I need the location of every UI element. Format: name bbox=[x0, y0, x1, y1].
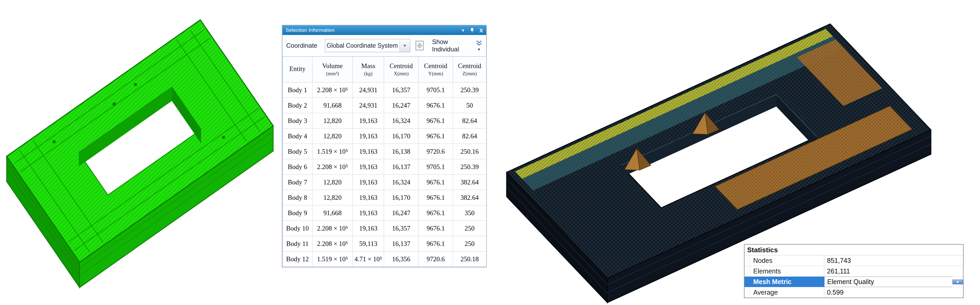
worksheet-icon[interactable] bbox=[415, 40, 425, 51]
centroid-y-cell: 9676.1 bbox=[418, 129, 453, 144]
table-row[interactable]: Body 12 1.519 × 10⁵ 4.71 × 10⁵ 16,356 97… bbox=[283, 251, 487, 267]
volume-cell: 12,820 bbox=[312, 129, 353, 144]
row-gutter bbox=[745, 276, 751, 287]
panel-title: Selection Information bbox=[286, 27, 461, 33]
entity-cell: Body 7 bbox=[283, 175, 312, 190]
column-header-centroid-z: Centroid Z(mm) bbox=[453, 57, 487, 83]
coordinate-system-value: Global Coordinate System bbox=[325, 42, 399, 49]
volume-cell: 91,668 bbox=[312, 98, 353, 113]
average-value: 0.599 bbox=[824, 287, 963, 297]
mass-cell: 24,931 bbox=[353, 98, 384, 113]
centroid-x-cell: 16,357 bbox=[384, 83, 418, 98]
entity-cell: Body 2 bbox=[283, 98, 312, 113]
centroid-y-cell: 9676.1 bbox=[418, 113, 453, 129]
combo-arrow-icon[interactable]: ▼ bbox=[399, 39, 410, 52]
mass-cell: 19,163 bbox=[353, 221, 384, 236]
collapse-chevrons-icon[interactable] bbox=[476, 40, 482, 46]
centroid-x-cell: 16,138 bbox=[384, 144, 418, 159]
volume-cell: 91,668 bbox=[312, 205, 353, 221]
table-row[interactable]: Body 8 12,820 19,163 16,170 9676.1 382.6… bbox=[283, 190, 487, 205]
mass-cell: 19,163 bbox=[353, 175, 384, 190]
centroid-x-cell: 16,324 bbox=[384, 175, 418, 190]
volume-cell: 12,820 bbox=[312, 190, 353, 205]
statistics-header: Statistics bbox=[745, 245, 963, 256]
centroid-y-cell: 9676.1 bbox=[418, 175, 453, 190]
coordinate-system-dropdown[interactable]: Global Coordinate System ▼ bbox=[325, 39, 410, 52]
mesh-metric-dropdown-arrow-icon[interactable]: ▼ bbox=[952, 280, 963, 284]
row-gutter bbox=[745, 287, 751, 297]
centroid-y-cell: 9676.1 bbox=[418, 190, 453, 205]
table-row[interactable]: Body 9 91,668 19,163 16,247 9676.1 350 bbox=[283, 205, 487, 221]
pin-icon[interactable] bbox=[470, 27, 474, 33]
centroid-y-cell: 9676.1 bbox=[418, 236, 453, 251]
table-row[interactable]: Body 4 12,820 19,163 16,170 9676.1 82.64 bbox=[283, 129, 487, 144]
entity-cell: Body 9 bbox=[283, 205, 312, 221]
entity-cell: Body 4 bbox=[283, 129, 312, 144]
entity-cell: Body 5 bbox=[283, 144, 312, 159]
centroid-y-cell: 9705.1 bbox=[418, 159, 453, 175]
centroid-z-cell: 250 bbox=[453, 221, 487, 236]
mesh-metric-dropdown[interactable]: Element Quality ▼ bbox=[824, 276, 963, 287]
stats-row-mesh-metric[interactable]: Mesh Metric Element Quality ▼ bbox=[745, 276, 963, 287]
mass-cell: 19,163 bbox=[353, 129, 384, 144]
centroid-y-cell: 9705.1 bbox=[418, 83, 453, 98]
centroid-x-cell: 16,137 bbox=[384, 236, 418, 251]
table-row[interactable]: Body 1 2.208 × 10⁵ 24,931 16,357 9705.1 … bbox=[283, 83, 487, 98]
mass-cell: 19,163 bbox=[353, 113, 384, 129]
centroid-x-cell: 16,324 bbox=[384, 113, 418, 129]
table-row[interactable]: Body 7 12,820 19,163 16,324 9676.1 382.6… bbox=[283, 175, 487, 190]
entity-cell: Body 3 bbox=[283, 113, 312, 129]
stats-row-nodes[interactable]: Nodes 851,743 bbox=[745, 256, 963, 266]
centroid-x-cell: 16,247 bbox=[384, 205, 418, 221]
selection-information-panel: Selection Information ▼ X Coordinate Glo… bbox=[282, 25, 487, 267]
centroid-x-cell: 16,137 bbox=[384, 159, 418, 175]
mass-cell: 4.71 × 10⁵ bbox=[353, 251, 384, 267]
nodes-value: 851,743 bbox=[824, 256, 963, 266]
column-header-mass: Mass (kg) bbox=[353, 57, 384, 83]
centroid-z-cell: 350 bbox=[453, 205, 487, 221]
mass-cell: 24,931 bbox=[353, 83, 384, 98]
column-header-volume: Volume (mm³) bbox=[312, 57, 353, 83]
table-row[interactable]: Body 6 2.208 × 10⁵ 19,163 16,137 9705.1 … bbox=[283, 159, 487, 175]
table-header-row: Entity Volume (mm³) Mass (kg) Centroid X… bbox=[283, 57, 487, 83]
scroll-down-icon[interactable]: ▼ bbox=[477, 48, 481, 51]
centroid-x-cell: 16,357 bbox=[384, 221, 418, 236]
centroid-z-cell: 382.64 bbox=[453, 175, 487, 190]
centroid-z-cell: 250.39 bbox=[453, 83, 487, 98]
stats-row-average[interactable]: Average 0.599 bbox=[745, 287, 963, 297]
volume-cell: 2.208 × 10⁵ bbox=[312, 221, 353, 236]
centroid-x-cell: 16,247 bbox=[384, 98, 418, 113]
coordinate-label: Coordinate bbox=[286, 42, 325, 49]
stats-row-elements[interactable]: Elements 261,111 bbox=[745, 266, 963, 276]
entity-cell: Body 11 bbox=[283, 236, 312, 251]
elements-value: 261,111 bbox=[824, 266, 963, 276]
table-row[interactable]: Body 2 91,668 24,931 16,247 9676.1 50 bbox=[283, 98, 487, 113]
show-individual-button[interactable]: Show Individual bbox=[432, 38, 476, 53]
volume-cell: 2.208 × 10⁵ bbox=[312, 83, 353, 98]
table-row[interactable]: Body 3 12,820 19,163 16,324 9676.1 82.64 bbox=[283, 113, 487, 129]
centroid-y-cell: 9676.1 bbox=[418, 205, 453, 221]
centroid-z-cell: 382.64 bbox=[453, 190, 487, 205]
column-header-centroid-x: Centroid X(mm) bbox=[384, 57, 418, 83]
entity-cell: Body 10 bbox=[283, 221, 312, 236]
average-label: Average bbox=[751, 287, 824, 297]
table-row[interactable]: Body 11 2.208 × 10⁵ 59,113 16,137 9676.1… bbox=[283, 236, 487, 251]
table-row[interactable]: Body 5 1.519 × 10⁵ 19,163 16,138 9720.6 … bbox=[283, 144, 487, 159]
table-row[interactable]: Body 10 2.208 × 10⁵ 19,163 16,357 9676.1… bbox=[283, 221, 487, 236]
centroid-z-cell: 250 bbox=[453, 236, 487, 251]
centroid-y-cell: 9676.1 bbox=[418, 221, 453, 236]
centroid-z-cell: 50 bbox=[453, 98, 487, 113]
entity-cell: Body 6 bbox=[283, 159, 312, 175]
green-frame-model[interactable] bbox=[0, 0, 281, 305]
centroid-z-cell: 82.64 bbox=[453, 129, 487, 144]
mesh-metric-label: Mesh Metric bbox=[751, 276, 824, 287]
panel-titlebar[interactable]: Selection Information ▼ X bbox=[282, 25, 486, 35]
mass-cell: 19,163 bbox=[353, 190, 384, 205]
entity-cell: Body 8 bbox=[283, 190, 312, 205]
centroid-x-cell: 16,170 bbox=[384, 190, 418, 205]
close-icon[interactable]: X bbox=[479, 27, 483, 33]
mass-cell: 59,113 bbox=[353, 236, 384, 251]
panel-menu-arrow-icon[interactable]: ▼ bbox=[461, 29, 465, 32]
centroid-x-cell: 16,170 bbox=[384, 129, 418, 144]
centroid-z-cell: 250.16 bbox=[453, 144, 487, 159]
